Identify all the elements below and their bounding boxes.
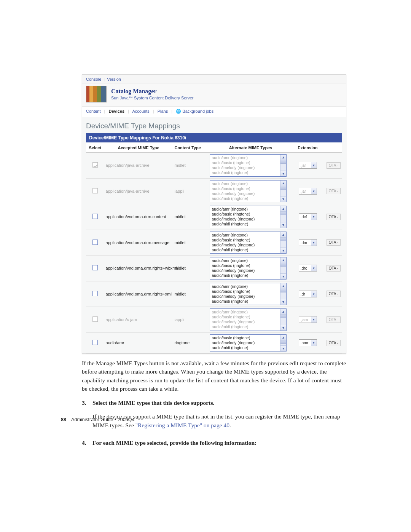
scroll-thumb[interactable] <box>280 340 286 344</box>
scroll-thumb[interactable] <box>280 212 286 215</box>
ota-button[interactable]: OTA - <box>327 239 341 246</box>
col-content: Content Type <box>173 142 208 153</box>
step-4-heading: For each MIME type selected, provide the… <box>92 439 256 447</box>
row-checkbox <box>92 162 98 168</box>
row-checkbox[interactable] <box>92 240 98 245</box>
scrollbar[interactable]: ▴▾ <box>280 283 286 305</box>
scroll-thumb[interactable] <box>280 160 286 164</box>
extension-select[interactable]: .dcf▾ <box>299 213 317 220</box>
globe-icon: 🌐 <box>176 109 181 113</box>
tab-version[interactable]: Version <box>107 77 121 81</box>
col-select: Select <box>86 142 104 153</box>
scroll-thumb[interactable] <box>280 238 286 241</box>
nav-background-jobs[interactable]: Background jobs <box>182 109 213 113</box>
alternate-mime-listbox[interactable]: audio/amr (ringtone)audio/basic (rington… <box>210 257 287 280</box>
scroll-down-icon[interactable]: ▾ <box>280 325 286 331</box>
step-3-heading: Select the MIME types that this device s… <box>92 399 346 407</box>
step-4: 4. For each MIME type selected, provide … <box>82 439 346 452</box>
alternate-mime-listbox[interactable]: audio/amr (ringtone)audio/basic (rington… <box>210 283 287 305</box>
scroll-thumb[interactable] <box>280 315 286 318</box>
table-row: application/vnd.oma.drm.contentmidletaud… <box>86 204 342 230</box>
extension-select: .jar▾ <box>299 188 317 195</box>
scroll-up-icon[interactable]: ▴ <box>280 257 286 263</box>
scroll-up-icon[interactable]: ▴ <box>280 335 286 340</box>
body-text: If the Manage MIME Types button is not a… <box>82 359 346 453</box>
scroll-thumb[interactable] <box>280 186 286 190</box>
scroll-up-icon[interactable]: ▴ <box>280 206 286 212</box>
section-bar: Device/MIME Type Mappings For Nokia 6310… <box>86 133 342 142</box>
scroll-up-icon[interactable]: ▴ <box>280 232 286 238</box>
scroll-down-icon[interactable]: ▾ <box>280 171 286 176</box>
ota-button[interactable]: OTA - <box>327 291 341 297</box>
scroll-down-icon[interactable]: ▾ <box>280 196 286 202</box>
alternate-mime-listbox[interactable]: audio/amr (ringtone)audio/basic (rington… <box>210 232 287 254</box>
content-type: midlet <box>173 256 208 281</box>
chevron-down-icon: ▾ <box>311 291 317 297</box>
product-subtitle: Sun Java™ System Content Delivery Server <box>111 96 193 100</box>
row-checkbox[interactable] <box>92 265 98 270</box>
ota-button[interactable]: OTA - <box>327 340 341 346</box>
scroll-thumb[interactable] <box>280 289 286 292</box>
alternate-mime-listbox[interactable]: audio/amr (ringtone)audio/basic (rington… <box>210 308 287 331</box>
extension-select[interactable]: .dr▾ <box>299 291 317 297</box>
ota-button: OTA - <box>327 162 341 169</box>
scroll-down-icon[interactable]: ▾ <box>280 345 286 351</box>
content-type: midlet <box>173 230 208 256</box>
table-row: application/x-jamiappliaudio/amr (ringto… <box>86 307 342 333</box>
product-logo-icon <box>86 86 107 102</box>
ota-button[interactable]: OTA - <box>327 214 341 220</box>
table-row: application/java-archiveiappliaudio/amr … <box>86 178 342 204</box>
alternate-mime-listbox[interactable]: audio/amr (ringtone)audio/basic (rington… <box>210 180 287 203</box>
scrollbar[interactable]: ▴▾ <box>280 155 286 176</box>
table-row: application/vnd.oma.drm.rights+wbxmlmidl… <box>86 256 342 281</box>
chevron-down-icon: ▾ <box>311 162 317 168</box>
table-row: application/vnd.oma.drm.rights+xmlmidlet… <box>86 281 342 307</box>
nav-devices[interactable]: Devices <box>109 109 125 113</box>
scrollbar[interactable]: ▴▾ <box>280 309 286 331</box>
scrollbar[interactable]: ▴▾ <box>280 335 286 351</box>
scroll-up-icon[interactable]: ▴ <box>280 309 286 315</box>
accepted-mime-type: application/java-archive <box>104 153 173 179</box>
chevron-down-icon: ▾ <box>311 265 317 271</box>
alternate-mime-listbox[interactable]: audio/basic (ringtone)audio/imelody (rin… <box>210 334 287 351</box>
nav-plans[interactable]: Plans <box>158 109 168 113</box>
scroll-up-icon[interactable]: ▴ <box>280 181 286 186</box>
extension-select[interactable]: .drc▾ <box>299 265 317 272</box>
extension-select[interactable]: .amr▾ <box>299 339 317 346</box>
scrollbar[interactable]: ▴▾ <box>280 181 286 202</box>
row-checkbox[interactable] <box>92 340 98 345</box>
scroll-down-icon[interactable]: ▾ <box>280 248 286 253</box>
link-registering-mime-type[interactable]: "Registering a MIME Type" on page 40 <box>135 422 229 428</box>
chevron-down-icon: ▾ <box>311 214 317 220</box>
tab-console[interactable]: Console <box>86 77 101 81</box>
page-number: 88 <box>61 417 66 422</box>
extension-select[interactable]: .dm▾ <box>299 239 317 246</box>
scrollbar[interactable]: ▴▾ <box>280 232 286 254</box>
ota-button: OTA - <box>327 188 341 194</box>
scroll-down-icon[interactable]: ▾ <box>280 299 286 305</box>
nav-accounts[interactable]: Accounts <box>132 109 149 113</box>
table-row: audio/amrringtoneaudio/basic (ringtone)a… <box>86 332 342 353</box>
accepted-mime-type: application/vnd.oma.drm.rights+xml <box>104 281 173 307</box>
alternate-mime-listbox[interactable]: audio/amr (ringtone)audio/basic (rington… <box>210 154 287 177</box>
scrollbar[interactable]: ▴▾ <box>280 257 286 279</box>
row-checkbox[interactable] <box>92 291 98 296</box>
scroll-down-icon[interactable]: ▾ <box>280 222 286 228</box>
chevron-down-icon: ▾ <box>311 240 317 246</box>
page-footer: 88 Administrator Guide • 2005Q4 <box>61 417 134 422</box>
extension-select: .jar▾ <box>299 162 317 169</box>
scroll-up-icon[interactable]: ▴ <box>280 155 286 160</box>
scrollbar[interactable]: ▴▾ <box>280 206 286 228</box>
scroll-down-icon[interactable]: ▾ <box>280 273 286 279</box>
content-type: iappli <box>173 307 208 333</box>
row-checkbox <box>92 188 98 193</box>
tab-separator: | <box>104 77 105 81</box>
product-title: Catalog Manager <box>111 88 193 95</box>
ota-button: OTA - <box>327 316 341 323</box>
nav-content[interactable]: Content <box>86 109 101 113</box>
scroll-up-icon[interactable]: ▴ <box>280 283 286 289</box>
alternate-mime-listbox[interactable]: audio/amr (ringtone)audio/basic (rington… <box>210 206 287 228</box>
ota-button[interactable]: OTA - <box>327 265 341 272</box>
row-checkbox[interactable] <box>92 214 98 219</box>
scroll-thumb[interactable] <box>280 263 286 267</box>
